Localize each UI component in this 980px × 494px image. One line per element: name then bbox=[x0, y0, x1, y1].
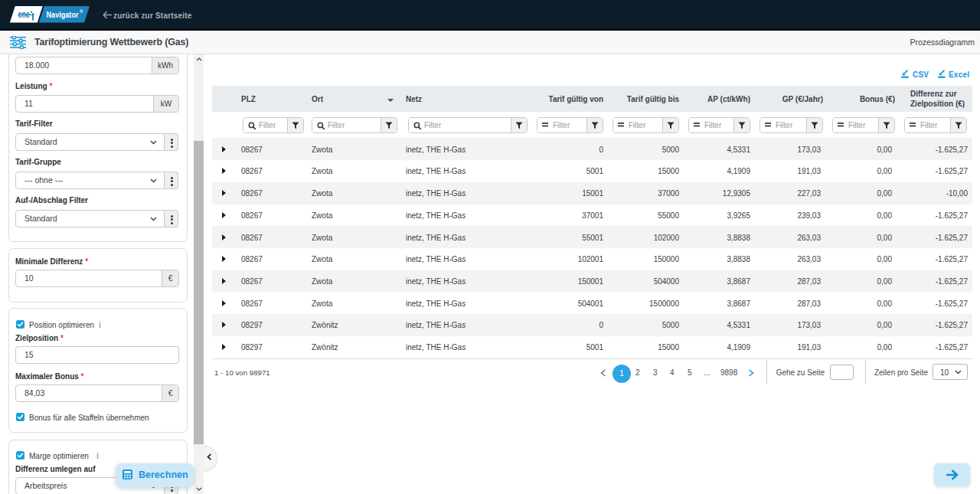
svg-text:®: ® bbox=[80, 9, 83, 14]
svg-text:ene: ene bbox=[18, 8, 30, 20]
svg-text:Navigator: Navigator bbox=[47, 10, 79, 19]
